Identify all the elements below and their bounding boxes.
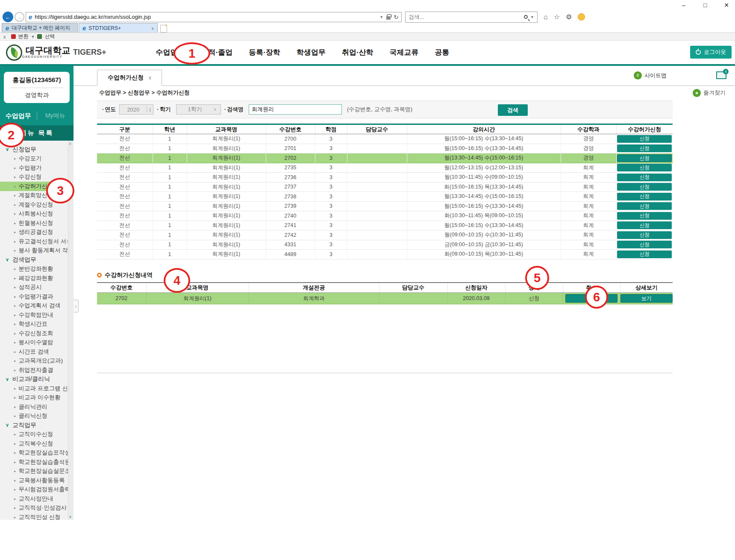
course-row[interactable]: 전선1회계원리(1)27023월(13:30~14:45) 수(15:00~16… (97, 153, 673, 163)
sidebar-item[interactable]: ▸폐강강좌현황 (0, 274, 74, 283)
sitemap-link[interactable]: # 사이트맵 (634, 71, 667, 80)
course-row[interactable]: 전선1회계원리(1)27363월(10:30~11:45) 수(09:00~10… (97, 173, 673, 183)
scroll-down-icon[interactable]: ∨ (69, 515, 72, 519)
sidebar-item[interactable]: ▸수업평가결과 (0, 292, 74, 301)
sidebar-item[interactable]: ▸시간표 검색 (0, 347, 74, 357)
course-row[interactable]: 전선1회계원리(1)44893화(09:00~10:15) 목(10:30~11… (97, 250, 673, 259)
window-minimize-button[interactable]: – (679, 2, 688, 9)
sidebar-item[interactable]: ▸클리닉관리 (0, 402, 74, 412)
convert-button[interactable]: 변환 (18, 33, 29, 40)
course-row[interactable]: 전선1회계원리(1)27373화(15:00~16:15) 목(13:30~14… (97, 182, 673, 192)
search-button[interactable]: 검색 (498, 104, 528, 116)
new-tab-button[interactable] (160, 25, 167, 32)
url-field[interactable]: e https://tigersstd.daegu.ac.kr/nxrun/ss… (26, 12, 402, 22)
term-select[interactable]: 1학기 ∨ (176, 104, 221, 115)
course-row[interactable]: 전선1회계원리(1)27423월(09:00~10:15) 수(10:30~11… (97, 230, 673, 240)
course-row[interactable]: 전선1회계원리(1)43313금(09:00~10:15) 금(10:30~11… (97, 240, 673, 250)
detail-button[interactable]: 보기 (620, 294, 673, 303)
browser-search-box[interactable]: ▼ (405, 12, 538, 23)
url-dropdown-icon[interactable]: ▼ (379, 15, 383, 19)
apply-button[interactable]: 신청 (617, 212, 672, 220)
menu-section-3[interactable]: ∨비교과/클리닉 (0, 375, 74, 384)
apply-button[interactable]: 신청 (617, 164, 672, 171)
keyword-input[interactable] (249, 104, 342, 115)
feedback-smiley-icon[interactable] (578, 13, 585, 21)
sidebar-item[interactable]: ▸교직이수신청 (0, 430, 74, 439)
apply-button[interactable]: 신청 (617, 135, 672, 143)
nav-item-6[interactable]: 국제교류 (390, 47, 419, 57)
apply-button[interactable]: 신청 (617, 183, 672, 191)
sidebar-item[interactable]: ▸클리닉신청 (0, 412, 74, 421)
back-button[interactable]: ← (3, 12, 13, 22)
apply-button[interactable]: 신청 (617, 221, 672, 229)
sidebar-item[interactable]: ▸수업평가 (0, 163, 74, 173)
sidebar-item[interactable]: ▸봉사이수열람 (0, 338, 74, 348)
logout-button[interactable]: 로그아웃 (690, 46, 732, 59)
tab-close-icon[interactable]: x (152, 26, 154, 31)
apply-button[interactable]: 신청 (617, 144, 672, 152)
window-close-button[interactable]: ✕ (722, 2, 731, 9)
sidebar-item[interactable]: ▸무시험검정원서출력 (0, 485, 74, 495)
sidebar-item[interactable]: ▸수강학점안내 (0, 310, 74, 320)
course-row[interactable]: 전선1회계원리(1)27413월(15:00~16:15) 수(13:30~14… (97, 221, 673, 230)
chevron-down-icon[interactable]: ▼ (31, 35, 35, 39)
apply-button[interactable]: 신청 (617, 202, 672, 210)
course-row[interactable]: 전선1회계원리(1)27403화(10:30~11:45) 목(09:00~10… (97, 211, 673, 221)
sidebar-item[interactable]: ▸수강포기 (0, 154, 74, 164)
spinner-arrows-icon[interactable]: ▲▼ (147, 106, 153, 112)
select-button[interactable]: 선택 (44, 33, 55, 40)
sidebar-item[interactable]: ▸사회봉사신청 (0, 209, 74, 219)
sidebar-item[interactable]: ▸비교과 이수현황 (0, 393, 74, 403)
course-row[interactable]: 전선1회계원리(1)27383월(13:30~14:45) 수(15:00~16… (97, 192, 673, 202)
course-row[interactable]: 전선1회계원리(1)27003월(15:00~16:15) 수(13:30~14… (97, 134, 673, 144)
apply-button[interactable]: 신청 (617, 231, 672, 239)
sidebar-item[interactable]: ▸학교현장실습표작성 (0, 448, 74, 458)
add-favorite-link[interactable]: ★ 즐겨찾기 (693, 89, 726, 97)
sidebar-item[interactable]: ▸헌혈봉사신청 (0, 218, 74, 228)
sidebar-item[interactable]: ▸성적공시 (0, 283, 74, 292)
sidebar-item[interactable]: ▸유고결석신청서 서식 (0, 237, 74, 246)
sidebar-collapse-handle[interactable]: ‹ (74, 300, 79, 312)
nav-item-5[interactable]: 취업·산학 (342, 47, 373, 57)
window-maximize-button[interactable]: □ (701, 2, 709, 9)
sidebar-item[interactable]: ▸학생시간표 (0, 320, 74, 329)
home-icon[interactable]: ⌂ (544, 13, 548, 21)
browser-tab-1[interactable]: e 대구대학교 + 메인 페이지 (2, 23, 78, 32)
sidebar-item[interactable]: ▸교직사정안내 (0, 494, 74, 504)
sidebar-tab-work[interactable]: 수업업무 (0, 112, 37, 120)
search-dropdown-icon[interactable]: ▼ (530, 15, 534, 19)
close-all-windows-icon[interactable] (716, 71, 726, 79)
page-tab-active[interactable]: 수업허가신청 x (97, 70, 162, 86)
sidebar-item[interactable]: ▸학교현장실습설문조사 (0, 467, 74, 476)
sidebar-item[interactable]: ▸교직적성·인성검사 (0, 504, 74, 513)
sidebar-item[interactable]: ▸봉사 활동계획서 작성 (0, 246, 74, 256)
sidebar-item[interactable]: ▸교직적인성 신청 (0, 513, 74, 522)
sidebar-item[interactable]: ▸수강신청조회 (0, 329, 74, 338)
browser-search-input[interactable] (409, 14, 524, 20)
toolbar-close-icon[interactable]: x (3, 34, 6, 39)
sidebar-item[interactable]: ▸수업계획서 검색 (0, 301, 74, 311)
sidebar-item[interactable]: ▸취업전자출결 (0, 365, 74, 375)
sidebar-item[interactable]: ▸비교과 프로그램 신청 (0, 384, 74, 393)
menu-section-2[interactable]: ∨검색업무 (0, 255, 74, 265)
favorites-star-icon[interactable]: ☆ (554, 13, 560, 21)
sidebar-item[interactable]: ▸학교현장실습출석원 (0, 457, 74, 467)
apply-button[interactable]: 신청 (617, 193, 672, 200)
course-row[interactable]: 전선1회계원리(1)27393월(15:00~16:15) 수(13:30~14… (97, 201, 673, 211)
menu-section-4[interactable]: ∨교직업무 (0, 421, 74, 430)
page-tab-close-icon[interactable]: x (149, 75, 151, 81)
nav-item-7[interactable]: 공통 (435, 47, 450, 57)
browser-tab-2-active[interactable]: e STDTIGERS+ x (79, 23, 158, 32)
course-row[interactable]: 전선1회계원리(1)27353월(12:00~13:15) 수(12:00~13… (97, 163, 673, 173)
sidebar-item[interactable]: ▸교육봉사활동등록 (0, 476, 74, 485)
apply-button[interactable]: 신청 (617, 154, 672, 162)
scroll-up-icon[interactable]: ∧ (69, 141, 72, 146)
settings-gear-icon[interactable]: ⚙ (566, 13, 572, 21)
apply-button[interactable]: 신청 (617, 251, 672, 258)
search-icon[interactable] (524, 15, 528, 19)
nav-item-4[interactable]: 학생업무 (297, 47, 326, 57)
forward-button[interactable]: → (15, 12, 24, 22)
refresh-icon[interactable]: ↻ (394, 14, 399, 21)
year-spinner[interactable]: 2020 ▲▼ (119, 104, 153, 115)
nav-item-3[interactable]: 등록·장학 (249, 47, 280, 57)
